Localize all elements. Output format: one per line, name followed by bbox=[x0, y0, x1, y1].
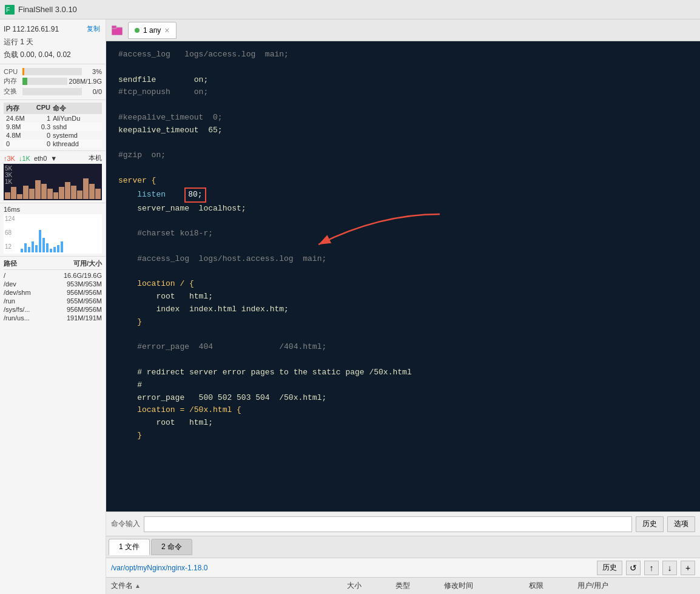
download-button[interactable]: ↓ bbox=[662, 561, 677, 575]
cpu-label: CPU bbox=[4, 68, 21, 75]
disk-row: /sys/fs/...956M/956M bbox=[4, 305, 102, 314]
col-type[interactable]: 类型 bbox=[395, 581, 444, 591]
terminal-line: keepalive_timeout 65; bbox=[118, 124, 688, 137]
disk-row: /16.6G/19.6G bbox=[4, 271, 102, 280]
col-permissions[interactable]: 权限 bbox=[529, 581, 577, 591]
cpu-value: 3% bbox=[84, 68, 102, 75]
net-chart-bar bbox=[89, 184, 95, 199]
copy-button[interactable]: 复制 bbox=[85, 24, 102, 34]
swap-value: 0/0 bbox=[84, 88, 102, 95]
terminal-line: root html; bbox=[118, 417, 688, 430]
col-user[interactable]: 用户/用户 bbox=[577, 581, 695, 591]
net-down: ↓1K bbox=[19, 155, 30, 162]
net-chart-bar bbox=[17, 194, 22, 199]
main-layout: IP 112.126.61.91 复制 运行 1 天 负载 0.00, 0.04… bbox=[0, 19, 700, 594]
file-table-header: 文件名 ▲ 大小 类型 修改时间 权限 用户/用户 bbox=[106, 577, 700, 594]
terminal-line bbox=[118, 354, 688, 366]
proc-row: 4.8M0systemd bbox=[4, 131, 102, 140]
net-section: ↑3K ↓1K eth0 ▼ 本机 5K3K1K bbox=[0, 151, 106, 203]
process-section: 内存 CPU 命令 24.6M1AliYunDu9.8M0.3sshd4.8M0… bbox=[0, 100, 106, 151]
latency-bar bbox=[57, 245, 59, 252]
latency-bar bbox=[46, 243, 49, 252]
net-chart-bar bbox=[5, 192, 10, 199]
terminal-line: sendfile on; bbox=[118, 74, 688, 87]
latency-bar bbox=[53, 247, 56, 252]
net-interface: eth0 bbox=[34, 155, 47, 162]
options-button[interactable]: 选项 bbox=[667, 516, 695, 532]
file-history-button[interactable]: 历史 bbox=[597, 561, 622, 575]
tab-1-any[interactable]: 1 any × bbox=[128, 22, 177, 39]
net-chart-bar bbox=[59, 187, 64, 199]
terminal-line bbox=[118, 329, 688, 342]
terminal-line: root html; bbox=[118, 291, 688, 303]
mem-bar bbox=[22, 78, 27, 85]
history-button[interactable]: 历史 bbox=[636, 516, 664, 532]
proc-row: 00kthreadd bbox=[4, 140, 102, 148]
col-size[interactable]: 大小 bbox=[347, 581, 395, 591]
cmd-label: 命令输入 bbox=[111, 519, 140, 529]
net-chart-bar bbox=[23, 186, 29, 199]
sort-arrow-icon: ▲ bbox=[135, 582, 141, 589]
net-chart-bar bbox=[95, 189, 101, 199]
titlebar: F FinalShell 3.0.10 bbox=[0, 0, 700, 19]
upload-button[interactable]: ↑ bbox=[644, 561, 659, 575]
terminal-line: server { bbox=[118, 175, 688, 187]
swap-label: 交换 bbox=[4, 87, 21, 96]
tab-status-dot bbox=[135, 28, 140, 33]
terminal-line bbox=[118, 137, 688, 150]
net-chart-labels: 5K3K1K bbox=[5, 165, 12, 185]
cmd-bar: 命令输入 历史 选项 bbox=[106, 511, 700, 536]
terminal-content: #access_log logs/access.log main; sendfi… bbox=[118, 49, 688, 442]
net-header: ↑3K ↓1K eth0 ▼ 本机 bbox=[4, 154, 102, 163]
col-filename[interactable]: 文件名 ▲ bbox=[111, 581, 347, 591]
terminal-line: } bbox=[118, 316, 688, 329]
svg-text:F: F bbox=[6, 7, 10, 13]
app-icon: F bbox=[5, 5, 15, 15]
terminal-line: # redirect server error pages to the sta… bbox=[118, 366, 688, 379]
terminal-line: } bbox=[118, 430, 688, 442]
net-chart-bar bbox=[77, 191, 82, 199]
terminal-line: #charset koi8-r; bbox=[118, 228, 688, 240]
tab-close-button[interactable]: × bbox=[164, 25, 169, 35]
cpu-metric: CPU 3% bbox=[4, 68, 102, 75]
disk-section: 路径 可用/大小 /16.6G/19.6G/dev953M/953M/dev/s… bbox=[0, 257, 106, 594]
net-chart-bar bbox=[83, 178, 89, 199]
terminal-line: #error_page 404 /404.html; bbox=[118, 341, 688, 354]
terminal-line: #gzip on; bbox=[118, 149, 688, 162]
tab-commands[interactable]: 2 命令 bbox=[151, 539, 192, 555]
latency-bar bbox=[39, 230, 41, 252]
tab-files[interactable]: 1 文件 bbox=[109, 539, 150, 555]
disk-size-header: 可用/大小 bbox=[53, 259, 102, 268]
proc-col-cmd: 命令 bbox=[50, 104, 99, 113]
net-chart-bar bbox=[47, 189, 53, 199]
tabbar: 1 any × bbox=[106, 19, 700, 41]
new-folder-button[interactable]: + bbox=[681, 561, 695, 575]
swap-bar-bg bbox=[22, 88, 82, 95]
terminal-line: location = /50x.html { bbox=[118, 404, 688, 417]
cpu-bar bbox=[22, 68, 24, 75]
mem-bar-bg bbox=[22, 78, 67, 85]
latency-bar bbox=[28, 247, 30, 252]
refresh-button[interactable]: ↺ bbox=[626, 561, 641, 575]
net-chart-bar bbox=[35, 180, 41, 199]
mem-metric: 内存 208M/1.9G bbox=[4, 76, 102, 86]
latency-bar bbox=[35, 245, 38, 252]
terminal-line: #tcp_nopush on; bbox=[118, 86, 688, 99]
terminal-line bbox=[118, 99, 688, 112]
net-chart-bar bbox=[41, 184, 47, 199]
net-arrow-icon: ▼ bbox=[50, 155, 57, 162]
cmd-input[interactable] bbox=[144, 516, 632, 532]
mem-label: 内存 bbox=[4, 76, 21, 86]
latency-section: 16ms 1246812 bbox=[0, 203, 106, 257]
net-chart-bar bbox=[29, 189, 35, 199]
terminal-line: index index.html index.htm; bbox=[118, 303, 688, 316]
sidebar: IP 112.126.61.91 复制 运行 1 天 负载 0.00, 0.04… bbox=[0, 19, 106, 594]
terminal-line bbox=[118, 240, 688, 253]
col-modified[interactable]: 修改时间 bbox=[444, 581, 529, 591]
latency-header: 16ms bbox=[4, 206, 102, 213]
ip-section: IP 112.126.61.91 复制 运行 1 天 负载 0.00, 0.04… bbox=[0, 19, 106, 64]
terminal-line: #access_log logs/access.log main; bbox=[118, 49, 688, 61]
folder-button[interactable] bbox=[109, 22, 126, 39]
terminal-line bbox=[118, 162, 688, 175]
svg-rect-3 bbox=[112, 25, 116, 29]
